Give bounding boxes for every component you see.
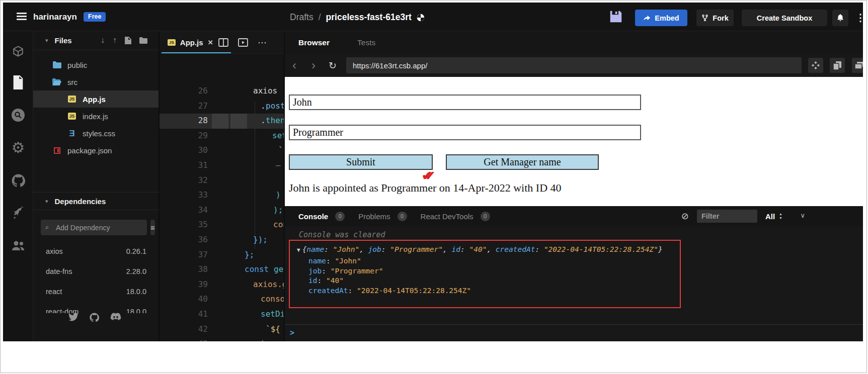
log-value: "John" — [335, 257, 361, 265]
job-input[interactable] — [289, 125, 641, 140]
expand-triangle-icon[interactable]: ▼ — [297, 247, 300, 253]
sandbox-info-icon[interactable] — [3, 43, 33, 60]
css-icon: Ǝ — [67, 129, 76, 138]
log-object-summary[interactable]: ▼{name: "John", job: "Programmer", id: "… — [297, 245, 663, 253]
code-line[interactable]: 38const get — [160, 262, 284, 277]
code-line[interactable]: 42`${ — [160, 322, 284, 337]
log-child-row: name: "John" — [308, 256, 471, 266]
code-area[interactable]: 26axios27.post28.then29set30`31—3233)34)… — [160, 54, 284, 341]
breadcrumb-drafts[interactable]: Drafts — [290, 12, 313, 23]
editor-more-icon[interactable]: ⋯ — [258, 37, 267, 48]
dependency-menu-button[interactable]: ≡ — [150, 220, 155, 235]
file-row[interactable]: src — [33, 73, 159, 90]
dependency-row[interactable]: date-fns2.28.0 — [33, 261, 159, 282]
github-icon[interactable] — [90, 313, 99, 322]
log-token: , — [443, 245, 451, 253]
deployment-icon[interactable] — [3, 205, 33, 222]
line-number: 26 — [160, 86, 208, 96]
tab-browser[interactable]: Browser — [298, 38, 330, 47]
code-line[interactable]: 31— — [160, 158, 284, 173]
code-line[interactable]: 26axios — [160, 84, 284, 99]
settings-icon[interactable]: ⚙ — [3, 139, 33, 156]
code-line[interactable]: 32 — [160, 173, 284, 189]
close-tab-icon[interactable]: ✕ — [208, 39, 213, 46]
file-row[interactable]: JSindex.js — [33, 108, 159, 125]
new-file-icon[interactable] — [125, 37, 131, 44]
code-line[interactable]: 36}); — [160, 233, 284, 248]
console-tab-label: React DevTools — [421, 212, 474, 221]
code-line[interactable]: 33) — [160, 188, 284, 203]
line-number: 31 — [160, 160, 208, 170]
refresh-icon[interactable]: ↻ — [323, 61, 342, 70]
file-row[interactable]: JSApp.js — [33, 90, 159, 108]
files-header: ▾ Files ↓ ↑ — [33, 31, 159, 50]
log-token: createdAt — [496, 245, 535, 253]
search-icon-rail[interactable] — [3, 107, 33, 124]
forward-icon[interactable]: › — [304, 59, 323, 71]
github-icon-rail[interactable] — [3, 172, 33, 189]
open-in-new-window-button[interactable] — [852, 58, 863, 73]
file-row[interactable]: public — [33, 56, 159, 73]
file-explorer-icon[interactable] — [3, 74, 33, 91]
line-number: 29 — [160, 131, 208, 140]
code-line[interactable]: 35con — [160, 218, 284, 233]
console-tab-console[interactable]: Console0 — [298, 212, 345, 221]
embed-button[interactable]: Embed — [635, 10, 687, 26]
code-line[interactable]: 41setDi — [160, 307, 284, 322]
file-row[interactable]: Ǝstyles.css — [33, 125, 159, 142]
code-line[interactable]: 28.then — [160, 114, 284, 129]
code-line[interactable]: 34); — [160, 203, 284, 218]
tab-tests[interactable]: Tests — [357, 38, 375, 47]
twitter-icon[interactable] — [68, 313, 78, 322]
file-row[interactable]: package.json — [33, 142, 159, 159]
code-editor-pane: JS App.js ✕ ⋯ 26axios27.post28.then29set… — [159, 31, 284, 341]
dependency-row[interactable]: react18.0.0 — [33, 282, 159, 302]
username[interactable]: harinarayn — [33, 12, 77, 22]
log-token: job — [368, 245, 381, 253]
code-line[interactable]: 27.post — [160, 99, 284, 114]
back-icon[interactable]: ‹ — [285, 59, 304, 71]
kebab-menu-icon[interactable]: ⋮ — [855, 12, 863, 24]
copy-preview-link-button[interactable] — [830, 58, 845, 73]
clear-console-icon[interactable]: ⊘ — [681, 211, 689, 222]
menu-icon[interactable] — [17, 13, 27, 21]
notifications-button[interactable] — [832, 10, 848, 26]
dependency-row[interactable]: react-dom18.0.0 — [33, 302, 159, 313]
codesandbox-app: harinarayn Free Drafts / priceless-fast-… — [3, 3, 863, 341]
discord-icon[interactable] — [110, 313, 121, 322]
get-manager-button[interactable]: Get Manager name — [446, 154, 599, 170]
file-label: App.js — [83, 95, 106, 104]
create-sandbox-button[interactable]: Create Sandbox — [742, 10, 827, 26]
fork-button[interactable]: Fork — [696, 10, 734, 26]
code-line[interactable]: 43); — [160, 337, 284, 341]
submit-button[interactable]: Submit — [289, 154, 433, 170]
globe-icon — [417, 14, 425, 22]
console-tab-problems[interactable]: Problems0 — [358, 212, 407, 221]
responsive-preview-button[interactable] — [808, 58, 823, 73]
dependency-row[interactable]: axios0.26.1 — [33, 241, 159, 261]
upload-files-icon[interactable]: ↑ — [113, 36, 117, 45]
console-tab-react-devtools[interactable]: React DevTools0 — [421, 212, 490, 221]
collapse-console-icon[interactable]: ∨ — [800, 212, 805, 219]
name-input[interactable] — [289, 95, 641, 110]
add-dependency-input[interactable] — [41, 220, 147, 235]
code-line[interactable]: 40conso — [160, 292, 284, 307]
console-input-row[interactable]: > — [285, 324, 863, 341]
download-sandbox-icon[interactable]: ↓ — [101, 36, 105, 45]
log-level-select[interactable]: All ▲▼ — [765, 212, 782, 221]
code-line[interactable]: 29set — [160, 129, 284, 144]
split-view-icon[interactable] — [218, 38, 228, 47]
code-line[interactable]: 39axios.g — [160, 277, 284, 293]
dependencies-section-toggle[interactable]: ▾ Dependencies — [33, 192, 159, 210]
save-icon[interactable] — [608, 9, 623, 24]
sandbox-title[interactable]: priceless-fast-61e3rt — [326, 12, 412, 23]
console-filter-input[interactable] — [697, 210, 757, 223]
code-line[interactable]: 37}; — [160, 248, 284, 263]
url-bar[interactable]: https://61e3rt.csb.app/ — [346, 57, 802, 73]
file-label: styles.css — [83, 129, 115, 138]
live-collaboration-icon[interactable] — [3, 237, 33, 254]
code-line[interactable]: 30` — [160, 143, 284, 158]
preview-window-icon[interactable] — [238, 38, 248, 47]
files-section-toggle[interactable]: ▾ Files — [45, 36, 72, 45]
new-folder-icon[interactable] — [139, 37, 147, 44]
